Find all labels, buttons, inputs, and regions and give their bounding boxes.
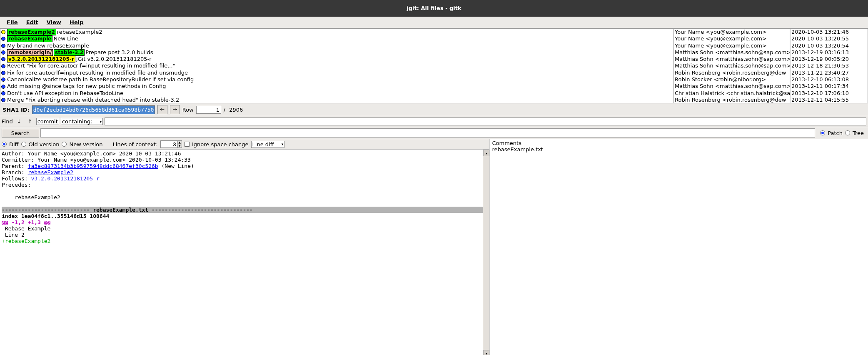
author-pane[interactable]: Your Name <you@example.com>Your Name <yo… xyxy=(674,29,791,103)
commit-subject: Revert "Fix for core.autocrlf=input resu… xyxy=(7,62,175,69)
commit-author: Robin Rosenberg <robin.rosenberg@dew xyxy=(674,97,790,103)
commit-graph-pane[interactable]: rebaseExample2 rebaseExample2rebaseExamp… xyxy=(0,29,674,103)
find-mode-value: commit xyxy=(37,118,58,125)
find-next-icon[interactable]: ↓ xyxy=(15,118,24,125)
commit-row[interactable]: Merge "Fix aborting rebase with detached… xyxy=(0,97,673,103)
context-spinner[interactable]: ▲▼ xyxy=(160,140,182,148)
commit-node-icon xyxy=(1,44,5,48)
commit-list-panes: rebaseExample2 rebaseExample2rebaseExamp… xyxy=(0,28,868,103)
find-prev-icon[interactable]: ↑ xyxy=(25,118,35,125)
patch-radio[interactable] xyxy=(820,130,825,135)
context-label: Lines of context: xyxy=(113,141,158,148)
commit-row[interactable]: Fix for core.autocrlf=input resulting in… xyxy=(0,70,673,76)
find-match-dropdown[interactable]: containing: ▾ xyxy=(61,118,103,125)
sha-input[interactable] xyxy=(32,105,155,114)
diff-parent-line: Parent: fa3ec8873134b3b95975948ddc68467e… xyxy=(2,163,488,169)
remotebranch-ref[interactable]: stable-3.2 xyxy=(54,49,85,56)
diff-follows-line: Follows: v3.2.0.201312181205-r xyxy=(2,175,488,182)
find-bar: Find ↓ ↑ commit containing: ▾ xyxy=(0,116,868,127)
row-total: 2906 xyxy=(228,106,253,113)
commit-subject: Don't use API exception in RebaseTodoLin… xyxy=(7,90,123,97)
new-version-radio[interactable] xyxy=(62,142,67,147)
commit-date: 2013-12-11 00:17:34 xyxy=(791,83,868,90)
menu-edit[interactable]: Edit xyxy=(23,18,42,26)
file-list-item[interactable]: rebaseExample.txt xyxy=(492,146,866,152)
commit-node-icon xyxy=(1,71,5,75)
remote-ref[interactable]: remotes/origin/ xyxy=(7,49,53,56)
row-separator: / xyxy=(224,107,225,113)
find-input[interactable] xyxy=(105,118,866,125)
old-version-radio[interactable] xyxy=(21,142,26,147)
commit-node-icon xyxy=(1,57,5,61)
commit-node-icon xyxy=(1,30,5,34)
menu-file[interactable]: File xyxy=(3,18,21,26)
search-input[interactable] xyxy=(40,128,815,138)
row-label: Row xyxy=(182,107,194,113)
commit-subject: Add missing @since tags for new public m… xyxy=(7,83,166,90)
branch-link[interactable]: rebaseExample2 xyxy=(28,169,74,175)
spin-up-icon[interactable]: ▲ xyxy=(178,141,182,144)
tree-label: Tree xyxy=(853,130,864,136)
sha-label: SHA1 ID: xyxy=(2,107,30,113)
window-titlebar: jgit: All files - gitk xyxy=(0,0,868,17)
context-input[interactable] xyxy=(161,141,177,148)
row-number-input[interactable] xyxy=(196,106,221,114)
commit-node-icon xyxy=(1,91,5,95)
commit-row[interactable]: rebaseExample2 rebaseExample2 xyxy=(0,29,673,35)
window-title: jgit: All files - gitk xyxy=(407,5,461,11)
nav-forward-button[interactable]: → xyxy=(170,105,180,114)
find-label: Find xyxy=(2,118,13,125)
file-list-comments[interactable]: Comments xyxy=(492,140,866,146)
commit-row[interactable]: remotes/origin/stable-3.2 Prepare post 3… xyxy=(0,49,673,56)
nav-back-button[interactable]: ← xyxy=(157,105,167,114)
menu-help[interactable]: Help xyxy=(66,18,87,26)
commit-date: 2013-12-18 21:30:53 xyxy=(791,62,868,69)
commit-subject: Fix for core.autocrlf=input resulting in… xyxy=(7,70,188,76)
commit-author: Your Name <you@example.com> xyxy=(674,29,790,35)
diff-radio[interactable] xyxy=(2,142,7,147)
commit-row[interactable]: rebaseExample New Line xyxy=(0,35,673,42)
commit-node-icon xyxy=(1,64,5,68)
diff-author-line: Author: Your Name <you@example.com> 2020… xyxy=(2,150,488,157)
branch-ref[interactable]: rebaseExample2 xyxy=(7,29,56,35)
commit-author: Matthias Sohn <matthias.sohn@sap.com> xyxy=(674,62,790,69)
branch-ref[interactable]: rebaseExample xyxy=(7,35,52,42)
commit-date: 2013-12-19 03:16:13 xyxy=(791,49,868,56)
commit-author: Your Name <you@example.com> xyxy=(674,42,790,49)
menu-view[interactable]: View xyxy=(43,18,65,26)
ignore-space-checkbox[interactable] xyxy=(185,142,190,147)
follows-link[interactable]: v3.2.0.201312181205-r xyxy=(31,175,99,182)
linediff-value: Line diff xyxy=(252,141,274,148)
tree-radio[interactable] xyxy=(845,130,850,135)
commit-subject: My brand new rebaseExample xyxy=(7,42,89,49)
commit-date: 2013-11-21 23:40:27 xyxy=(791,70,868,76)
commit-row[interactable]: Add missing @since tags for new public m… xyxy=(0,83,673,90)
diff-options-bar: Diff Old version New version Lines of co… xyxy=(0,139,489,150)
find-mode-dropdown[interactable]: commit xyxy=(36,118,59,125)
sha-row-bar: SHA1 ID: ← → Row / 2906 xyxy=(0,103,868,116)
commit-node-icon xyxy=(1,78,5,82)
diff-commit-message: rebaseExample2 xyxy=(2,194,488,200)
spin-down-icon[interactable]: ▼ xyxy=(178,144,182,148)
commit-row[interactable]: Canonicalize worktree path in BaseReposi… xyxy=(0,76,673,83)
tag-ref[interactable]: v3.2.0.201312181205-r xyxy=(7,56,75,62)
commit-row[interactable]: Revert "Fix for core.autocrlf=input resu… xyxy=(0,62,673,69)
diff-scrollbar[interactable]: ▴ ▾ xyxy=(483,150,489,355)
new-version-label: New version xyxy=(69,141,102,148)
diff-file-header: --------------------------- rebaseExampl… xyxy=(2,207,488,213)
diff-body[interactable]: Author: Your Name <you@example.com> 2020… xyxy=(0,150,489,355)
commit-row[interactable]: v3.2.0.201312181205-r JGit v3.2.0.201312… xyxy=(0,56,673,62)
commit-node-icon xyxy=(1,37,5,41)
linediff-dropdown[interactable]: Line diff ▾ xyxy=(251,141,285,148)
file-list[interactable]: Comments rebaseExample.txt xyxy=(490,139,868,355)
parent-sha-link[interactable]: fa3ec8873134b3b95975948ddc68467ef30c526b xyxy=(28,163,158,169)
commit-row[interactable]: Don't use API exception in RebaseTodoLin… xyxy=(0,90,673,97)
diff-precedes-line: Precedes: xyxy=(2,182,488,188)
diff-label: Diff xyxy=(9,141,19,148)
search-button[interactable]: Search xyxy=(2,129,39,138)
scroll-up-icon[interactable]: ▴ xyxy=(483,150,489,156)
commit-row[interactable]: My brand new rebaseExample xyxy=(0,42,673,49)
diff-context-line: Line 2 xyxy=(2,232,488,238)
scroll-down-icon[interactable]: ▾ xyxy=(483,350,489,355)
date-pane[interactable]: 2020-10-03 13:21:462020-10-03 13:20:5520… xyxy=(791,29,868,103)
